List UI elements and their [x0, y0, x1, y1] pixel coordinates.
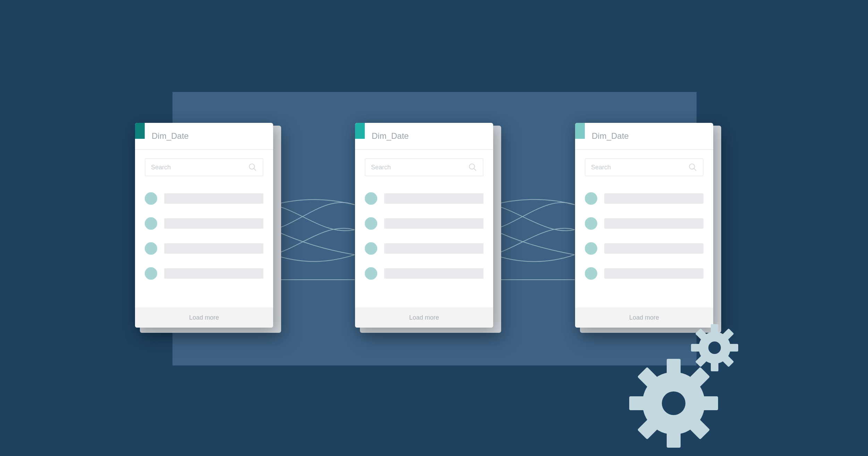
svg-point-15: [708, 341, 721, 354]
row-dot-icon: [365, 192, 377, 205]
card-header: Dim_Date: [355, 123, 493, 150]
load-more-button[interactable]: Load more: [135, 307, 273, 328]
row-bar: [604, 268, 703, 279]
card-header: Dim_Date: [135, 123, 273, 150]
row-bar: [164, 193, 263, 204]
row-dot-icon: [585, 217, 597, 230]
svg-rect-23: [629, 396, 646, 410]
svg-point-0: [249, 164, 254, 169]
row-bar: [384, 243, 483, 254]
svg-rect-11: [711, 362, 718, 371]
svg-rect-19: [701, 396, 718, 410]
row-bar: [164, 218, 263, 229]
row-dot-icon: [145, 242, 157, 255]
svg-line-3: [474, 168, 476, 171]
list-item: [585, 192, 703, 205]
list-item: [365, 267, 483, 280]
row-bar: [604, 218, 703, 229]
card-accent-tab: [135, 123, 145, 139]
load-more-label: Load more: [629, 314, 659, 321]
svg-rect-21: [667, 431, 681, 448]
list-item: [365, 242, 483, 255]
row-dot-icon: [365, 217, 377, 230]
card-title: Dim_Date: [592, 131, 629, 141]
svg-point-4: [689, 164, 694, 169]
row-dot-icon: [145, 192, 157, 205]
row-bar: [384, 268, 483, 279]
row-bar: [164, 268, 263, 279]
row-bar: [384, 193, 483, 204]
list-item: [145, 267, 263, 280]
list-item: [585, 267, 703, 280]
list-item: [585, 217, 703, 230]
search-icon: [248, 163, 257, 172]
entity-card-1: Dim_Date Search Load more: [135, 123, 273, 328]
list-item: [585, 242, 703, 255]
row-bar: [604, 193, 703, 204]
row-dot-icon: [145, 217, 157, 230]
row-bar: [164, 243, 263, 254]
card-accent-tab: [575, 123, 585, 139]
card-title: Dim_Date: [372, 131, 409, 141]
row-bar: [604, 243, 703, 254]
load-more-button[interactable]: Load more: [355, 307, 493, 328]
svg-rect-9: [728, 344, 738, 352]
row-dot-icon: [365, 267, 377, 280]
list-item: [365, 192, 483, 205]
row-dot-icon: [585, 267, 597, 280]
search-icon: [688, 163, 697, 172]
search-input[interactable]: Search: [145, 158, 263, 176]
svg-line-5: [694, 168, 696, 171]
search-icon: [468, 163, 477, 172]
search-placeholder: Search: [151, 164, 171, 171]
list-item: [145, 217, 263, 230]
row-dot-icon: [585, 242, 597, 255]
svg-point-25: [662, 391, 685, 415]
list-item: [365, 217, 483, 230]
svg-rect-17: [667, 359, 681, 375]
svg-line-1: [254, 168, 256, 171]
search-input[interactable]: Search: [585, 158, 703, 176]
card-body: Search: [135, 150, 273, 280]
svg-rect-7: [711, 324, 718, 334]
list-item: [145, 242, 263, 255]
gears-icon: [622, 321, 750, 449]
entity-card-3: Dim_Date Search Load more: [575, 123, 713, 328]
search-placeholder: Search: [371, 164, 391, 171]
row-dot-icon: [365, 242, 377, 255]
svg-rect-13: [691, 344, 701, 352]
row-dot-icon: [145, 267, 157, 280]
card-accent-tab: [355, 123, 365, 139]
svg-point-2: [469, 164, 474, 169]
card-body: Search: [355, 150, 493, 280]
load-more-label: Load more: [189, 314, 219, 321]
card-title: Dim_Date: [152, 131, 189, 141]
row-bar: [384, 218, 483, 229]
load-more-label: Load more: [409, 314, 439, 321]
search-input[interactable]: Search: [365, 158, 483, 176]
card-body: Search: [575, 150, 713, 280]
list-item: [145, 192, 263, 205]
row-dot-icon: [585, 192, 597, 205]
search-placeholder: Search: [591, 164, 611, 171]
entity-card-2: Dim_Date Search Load more: [355, 123, 493, 328]
card-header: Dim_Date: [575, 123, 713, 150]
